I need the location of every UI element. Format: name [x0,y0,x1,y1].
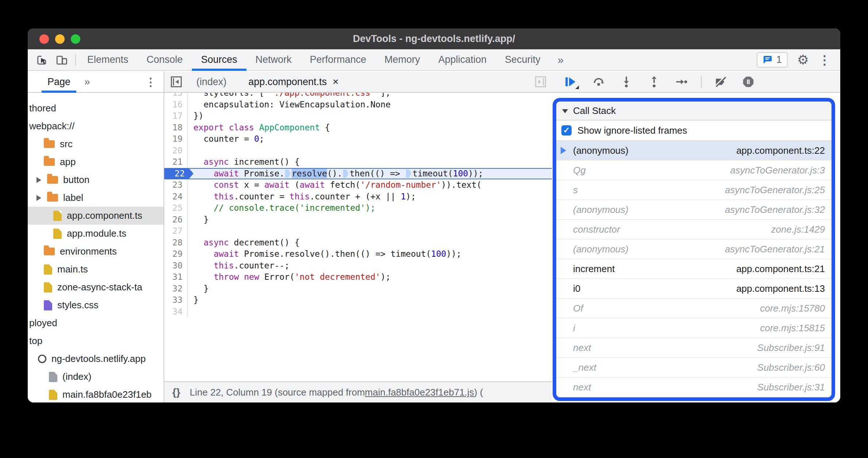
editor-tab[interactable]: (index) [185,76,238,88]
file-tree-item[interactable]: src [28,135,164,153]
more-tabs-chevron[interactable]: » [549,49,572,70]
line-number[interactable]: 15 [164,93,188,99]
line-number[interactable]: 34 [164,306,188,318]
tab-console[interactable]: Console [138,49,192,70]
code-text[interactable] [188,225,552,237]
line-number[interactable]: 32 [164,283,188,295]
expand-arrow-icon[interactable] [37,177,41,183]
step-out-icon[interactable] [648,75,661,88]
tab-security[interactable]: Security [496,49,550,70]
code-text[interactable]: async increment() { [188,156,552,168]
step-marker-icon[interactable] [343,169,349,178]
file-tree-item[interactable]: label [28,189,164,207]
file-tree-item[interactable]: zone-async-stack-ta [28,278,164,296]
code-area[interactable]: 15 styleUrls: [ './app.component.css' ],… [164,93,552,381]
file-tree-item[interactable]: environments [28,243,164,260]
code-text[interactable]: await Promise.resolve().then(() => timeo… [188,248,552,260]
call-stack-frame[interactable]: i0app.component.ts:13 [556,279,831,299]
line-number[interactable]: 23 [164,179,188,191]
navigator-more-chevron[interactable]: » [84,76,90,88]
line-number[interactable]: 19 [164,133,188,145]
tab-performance[interactable]: Performance [301,49,376,70]
call-stack-frame[interactable]: (anonymous)asyncToGenerator.js:32 [556,200,831,220]
code-text[interactable]: encapsulation: ViewEncapsulation.None [188,99,552,111]
call-stack-frame[interactable]: Ofcore.mjs:15780 [556,299,831,318]
file-tree-item[interactable]: top [28,332,164,350]
line-number[interactable]: 18 [164,122,188,134]
code-text[interactable]: } [188,283,552,295]
call-stack-frame[interactable]: incrementapp.component.ts:21 [556,259,831,279]
close-tab-icon[interactable]: × [333,76,338,88]
step-over-icon[interactable] [592,75,605,88]
line-number[interactable]: 28 [164,237,188,249]
tab-memory[interactable]: Memory [375,49,429,70]
code-text[interactable]: this.counter = this.counter + (+x || 1); [188,191,552,203]
code-text[interactable]: export class AppComponent { [188,122,552,134]
tab-sources[interactable]: Sources [192,49,246,70]
resume-script-icon[interactable] [564,75,577,88]
code-text[interactable]: async decrement() { [188,237,552,249]
file-tree-item[interactable]: button [28,171,164,189]
call-stack-frame[interactable]: constructorzone.js:1429 [556,220,831,240]
line-number[interactable]: 20 [164,145,188,157]
line-number[interactable]: 29 [164,248,188,260]
main-menu-icon[interactable]: ⋮ [818,53,831,67]
file-tree-item[interactable]: app [28,153,164,171]
file-tree-item[interactable]: main.ts [28,260,164,278]
tab-elements[interactable]: Elements [78,49,138,70]
code-text[interactable]: } [188,294,552,306]
code-text[interactable]: }) [188,110,552,122]
inspect-element-icon[interactable] [36,54,48,66]
line-number[interactable]: 24 [164,191,188,203]
tab-network[interactable]: Network [246,49,301,70]
file-tree-item[interactable]: ployed [28,314,164,332]
format-code-icon[interactable]: {} [172,386,180,398]
line-number[interactable]: 17 [164,110,188,122]
line-number[interactable]: 22 [164,168,188,180]
code-text[interactable]: // console.trace('incremented'); [188,202,552,214]
code-text[interactable]: throw new Error('not decremented'); [188,271,552,283]
device-toolbar-icon[interactable] [55,54,68,66]
file-tree-item[interactable]: webpack:// [28,117,164,135]
code-text[interactable]: counter = 0; [188,133,552,145]
tab-page[interactable]: Page [42,72,76,92]
call-stack-frame[interactable]: nextSubscriber.js:91 [556,338,831,358]
deactivate-breakpoints-icon[interactable] [714,75,727,88]
file-tree-item[interactable]: styles.css [28,296,164,314]
code-text[interactable]: this.counter--; [188,260,552,272]
line-number[interactable]: 16 [164,99,188,111]
file-tree-item[interactable]: main.fa8bfa0e23f1eb [28,386,164,402]
step-marker-icon[interactable] [406,169,411,178]
issues-button[interactable]: 1 [757,52,788,68]
call-stack-header[interactable]: Call Stack [556,102,831,121]
line-number[interactable]: 21 [164,156,188,168]
code-text[interactable]: } [188,214,552,226]
expand-arrow-icon[interactable] [37,195,41,201]
file-tree-item[interactable]: app.component.ts [28,207,164,225]
code-text[interactable] [188,306,552,318]
call-stack-frame[interactable]: nextSubscriber.js:31 [556,378,831,397]
code-text[interactable]: styleUrls: [ './app.component.css' ], [188,93,552,99]
file-tree-item[interactable]: ng-devtools.netlify.app [28,350,164,368]
code-text[interactable] [188,145,552,157]
call-stack-frame[interactable]: (anonymous)asyncToGenerator.js:21 [556,240,831,259]
line-number[interactable]: 30 [164,260,188,272]
call-stack-frame[interactable]: icore.mjs:15815 [556,318,831,338]
step-icon[interactable] [675,75,688,88]
step-marker-icon[interactable] [285,169,291,178]
tab-application[interactable]: Application [429,49,496,70]
code-text[interactable]: await Promise.resolve().then(() => timeo… [188,168,552,180]
call-stack-frame[interactable]: (anonymous)app.component.ts:22 [556,141,831,161]
file-tree-item[interactable]: (index) [28,368,164,386]
step-into-icon[interactable] [620,75,633,88]
hide-navigator-icon[interactable] [170,76,183,88]
line-number[interactable]: 33 [164,294,188,306]
line-number[interactable]: 25 [164,202,188,214]
settings-gear-icon[interactable]: ⚙ [797,53,809,66]
show-ignore-listed-checkbox[interactable]: ✓ [561,125,572,136]
call-stack-frame[interactable]: sasyncToGenerator.js:25 [556,180,831,200]
pause-on-exceptions-icon[interactable] [742,75,755,88]
file-tree-item[interactable]: thored [28,99,164,117]
call-stack-frame[interactable]: QgasyncToGenerator.js:3 [556,161,831,180]
source-map-link[interactable]: main.fa8bfa0e23f1eb71.js [365,387,474,398]
